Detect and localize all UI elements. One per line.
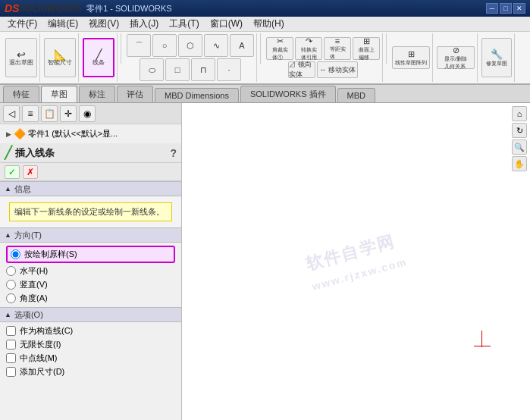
view-home-button[interactable]: ⌂	[512, 106, 527, 121]
option-construction[interactable]: 作为构造线(C)	[6, 325, 175, 337]
tab-feature[interactable]: 特征	[3, 86, 39, 102]
watermark-url: www.rjzxw.com	[310, 255, 408, 293]
option-add-dim[interactable]: 添加尺寸(D)	[6, 366, 175, 378]
direction-as-drawn[interactable]: 按绘制原样(S)	[6, 246, 175, 263]
view-pan-button[interactable]: ✋	[512, 156, 527, 171]
circle-button[interactable]: ○	[152, 34, 177, 57]
tree-part-item[interactable]: ▶ 🔶 零件1 (默认<<默认>显...	[5, 127, 177, 140]
show-delete-label: 显示/删除几何关系	[444, 55, 467, 71]
left-panel: ◁ ≡ 📋 ✛ ◉ ▶ 🔶 零件1 (默认<<默认>显... ╱ 插入线条 ? …	[0, 103, 182, 420]
direction-horizontal[interactable]: 水平(H)	[6, 265, 175, 277]
direction-section-header[interactable]: ▲ 方向(T)	[0, 227, 181, 243]
text-button[interactable]: A	[230, 34, 254, 57]
options-checkbox-group: 作为构造线(C) 无限长度(I) 中点线(M) 添加尺寸(D)	[0, 322, 181, 381]
repair-label: 修复草图	[486, 60, 507, 67]
menu-view[interactable]: 视图(V)	[84, 17, 124, 31]
exit-sketch-label: 退出草图	[9, 60, 33, 67]
smart-dim-icon: 📐	[54, 49, 67, 60]
tree-part-icon: 🔶	[14, 128, 26, 139]
tab-mbd[interactable]: MBD	[337, 88, 375, 102]
help-icon[interactable]: ?	[170, 147, 177, 159]
menu-edit[interactable]: 编辑(E)	[43, 17, 83, 31]
ok-button[interactable]: ✓	[5, 165, 20, 179]
tab-evaluate[interactable]: 评估	[117, 86, 153, 102]
smart-dimension-button[interactable]: 📐 智能尺寸	[44, 38, 76, 77]
smart-dim-group: 📐 智能尺寸	[42, 33, 79, 82]
direction-vertical-radio[interactable]	[6, 280, 16, 290]
menu-tools[interactable]: 工具(T)	[165, 17, 203, 31]
toolbar-sep-2	[260, 33, 261, 64]
panel-circle-button[interactable]: ◉	[79, 105, 96, 122]
convert-button[interactable]: ↷ 转换实体引用	[295, 37, 322, 60]
polygon-button[interactable]: ⬡	[178, 34, 202, 57]
view-zoom-button[interactable]: 🔍	[512, 139, 527, 155]
panel-title-bar: ╱ 插入线条 ?	[0, 143, 181, 163]
convert-label: 转换实体引用	[301, 46, 317, 61]
info-section-header[interactable]: ▲ 信息	[0, 181, 181, 196]
direction-angle[interactable]: 角度(A)	[6, 293, 175, 304]
option-midpoint-label: 中点线(M)	[20, 353, 58, 364]
option-infinite-check[interactable]	[6, 340, 16, 349]
offset-icon: ≡	[335, 36, 340, 45]
convert-icon: ↷	[306, 36, 312, 46]
panel-list-button[interactable]: ≡	[22, 105, 39, 122]
minimize-button[interactable]: ─	[486, 3, 498, 14]
direction-as-drawn-radio[interactable]	[11, 249, 20, 259]
exit-sketch-button[interactable]: ↩ 退出草图	[5, 38, 37, 77]
option-infinite[interactable]: 无限长度(I)	[6, 339, 175, 350]
option-construction-label: 作为构造线(C)	[20, 325, 73, 337]
option-infinite-label: 无限长度(I)	[20, 339, 61, 350]
arc-button[interactable]: ⌒	[127, 34, 151, 57]
crosshair-vertical	[481, 331, 482, 347]
direction-angle-radio[interactable]	[6, 293, 16, 303]
menu-insert[interactable]: 插入(J)	[125, 17, 163, 31]
cancel-button[interactable]: ✗	[23, 165, 38, 179]
direction-horizontal-radio[interactable]	[6, 266, 16, 276]
linear-array-icon: ⊞	[408, 49, 415, 59]
offset-label: 等距实体	[330, 45, 346, 61]
direction-vertical[interactable]: 竖直(V)	[6, 279, 175, 290]
toolbar: ↩ 退出草图 📐 智能尺寸 ╱ 线条 ⌒ ○ ⬡ ∿ A ⬭ □ ⊓ ·	[0, 32, 530, 85]
options-section-header[interactable]: ▲ 选项(O)	[0, 307, 181, 322]
show-delete-button[interactable]: ⊘ 显示/删除几何关系	[437, 46, 475, 69]
option-add-dim-check[interactable]	[6, 367, 16, 377]
maximize-button[interactable]: □	[500, 3, 512, 14]
spline-button[interactable]: ∿	[204, 34, 228, 57]
move-button[interactable]: ↔ 移动实体	[317, 61, 358, 78]
line-button[interactable]: ╱ 线条	[83, 38, 114, 77]
array-group: ⊞ 线性草图阵列	[390, 33, 433, 82]
trim-button[interactable]: ✂ 剪裁实体①	[266, 37, 293, 60]
slot-button[interactable]: ⊓	[191, 58, 215, 81]
info-text: 编辑下一新线条的设定或绘制一新线条。	[14, 207, 165, 216]
repair-group: 🔧 修复草图	[479, 33, 515, 82]
exit-sketch-group: ↩ 退出草图	[3, 33, 40, 82]
direction-horizontal-label: 水平(H)	[20, 265, 48, 277]
surface-offset-button[interactable]: ⊞ 曲面上偏移	[353, 37, 380, 60]
mirror-button[interactable]: ⊿ 镜向实体	[288, 61, 315, 78]
panel-copy-button[interactable]: 📋	[41, 105, 58, 122]
menu-help[interactable]: 帮助(H)	[249, 17, 289, 31]
menu-window[interactable]: 窗口(W)	[205, 17, 247, 31]
option-construction-check[interactable]	[6, 326, 16, 336]
rect-button[interactable]: □	[165, 58, 190, 81]
offset-button[interactable]: ≡ 等距实体	[324, 37, 351, 60]
window-controls: ─ □ ✕	[486, 3, 525, 14]
linear-array-button[interactable]: ⊞ 线性草图阵列	[392, 46, 430, 69]
ds-text: DS	[5, 2, 19, 14]
panel-add-button[interactable]: ✛	[60, 105, 77, 122]
option-midpoint[interactable]: 中点线(M)	[6, 353, 175, 364]
shape-tools-row1: ⌒ ○ ⬡ ∿ A	[127, 34, 254, 57]
close-button[interactable]: ✕	[513, 3, 525, 14]
ellipse-button[interactable]: ⬭	[140, 58, 164, 81]
view-rotate-button[interactable]: ↻	[512, 123, 527, 138]
panel-back-button[interactable]: ◁	[3, 105, 20, 122]
repair-button[interactable]: 🔧 修复草图	[481, 38, 512, 77]
tab-mbd-dim[interactable]: MBD Dimensions	[155, 88, 239, 102]
tab-sw-plugin[interactable]: SOLIDWORKS 插件	[240, 86, 336, 102]
option-midpoint-check[interactable]	[6, 353, 16, 363]
exit-sketch-icon: ↩	[17, 49, 26, 60]
menu-file[interactable]: 文件(F)	[3, 17, 42, 31]
tab-annotation[interactable]: 标注	[79, 86, 115, 102]
tab-sketch[interactable]: 草图	[41, 86, 77, 102]
point-button[interactable]: ·	[217, 58, 241, 81]
